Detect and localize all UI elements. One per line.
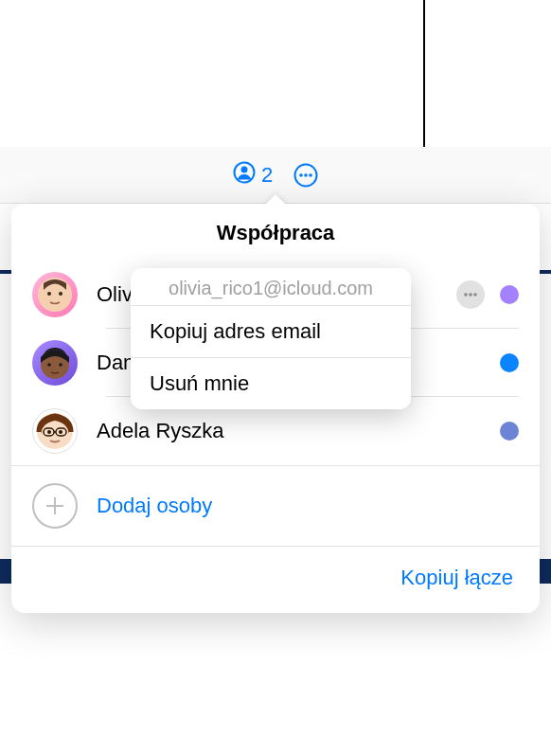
copy-link-row: Kopiuj łącze [11, 546, 540, 613]
svg-point-4 [304, 173, 308, 177]
person-icon [233, 161, 256, 189]
remove-me-item[interactable]: Usuń mnie [131, 357, 411, 409]
svg-point-10 [469, 293, 472, 297]
svg-point-9 [464, 293, 468, 297]
add-people-row[interactable]: Dodaj osoby [11, 465, 540, 546]
avatar [32, 340, 78, 386]
svg-point-8 [59, 292, 62, 296]
presence-dot [500, 353, 519, 372]
popover-title: Współpraca [11, 221, 540, 245]
ellipsis-icon [462, 286, 479, 303]
plus-circle-icon [32, 483, 78, 529]
svg-point-13 [47, 363, 51, 367]
svg-point-5 [309, 173, 312, 177]
participant-context-menu: olivia_rico1@icloud.com Kopiuj adres ema… [131, 268, 411, 409]
copy-email-item[interactable]: Kopiuj adres email [131, 305, 411, 357]
add-people-label: Dodaj osoby [97, 494, 212, 518]
context-email: olivia_rico1@icloud.com [131, 268, 411, 305]
presence-dot [500, 422, 519, 441]
svg-point-17 [59, 430, 62, 434]
avatar [32, 272, 78, 317]
participant-more-button[interactable] [456, 280, 485, 309]
svg-point-16 [47, 430, 51, 434]
collaboration-indicator[interactable]: 2 [233, 161, 273, 189]
svg-point-1 [240, 166, 247, 172]
presence-dot [500, 285, 519, 304]
svg-point-3 [299, 173, 303, 177]
avatar [32, 408, 78, 454]
more-circle-icon[interactable] [293, 163, 318, 188]
participant-name: Adela Ryszka [97, 419, 500, 443]
svg-point-14 [59, 363, 62, 367]
svg-point-7 [47, 292, 51, 296]
copy-link-button[interactable]: Kopiuj łącze [400, 566, 513, 590]
participant-count: 2 [261, 163, 273, 188]
svg-point-11 [473, 293, 477, 297]
